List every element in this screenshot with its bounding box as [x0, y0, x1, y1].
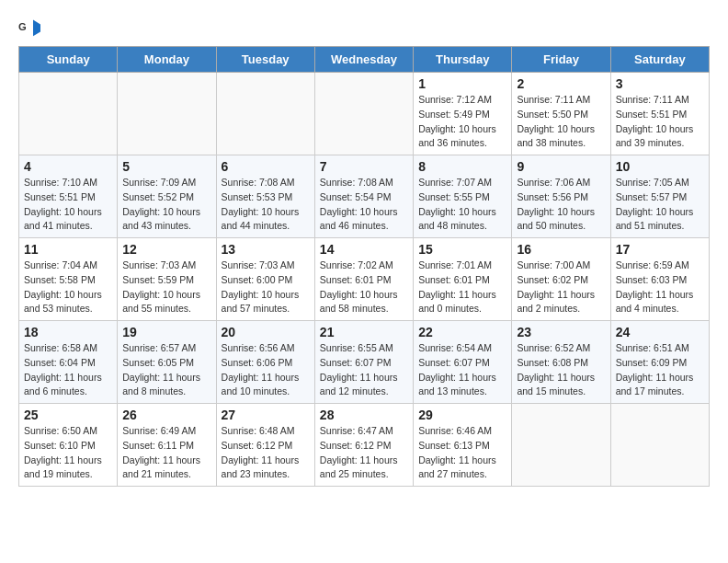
calendar-cell: 20Sunrise: 6:56 AM Sunset: 6:06 PM Dayli…: [216, 321, 314, 404]
day-info: Sunrise: 6:59 AM Sunset: 6:03 PM Dayligh…: [616, 259, 704, 316]
calendar-cell: 4Sunrise: 7:10 AM Sunset: 5:51 PM Daylig…: [19, 155, 118, 238]
day-info: Sunrise: 7:08 AM Sunset: 5:53 PM Dayligh…: [222, 176, 310, 234]
day-number: 11: [24, 242, 112, 257]
day-number: 6: [222, 159, 310, 174]
day-info: Sunrise: 6:58 AM Sunset: 6:04 PM Dayligh…: [24, 341, 112, 399]
calendar-cell: 9Sunrise: 7:06 AM Sunset: 5:56 PM Daylig…: [512, 155, 610, 238]
day-info: Sunrise: 6:52 AM Sunset: 6:08 PM Dayligh…: [517, 341, 605, 399]
day-number: 5: [122, 159, 210, 174]
day-number: 19: [122, 325, 210, 339]
day-number: 25: [24, 408, 112, 422]
calendar-cell: 13Sunrise: 7:03 AM Sunset: 6:00 PM Dayli…: [216, 238, 314, 321]
svg-marker-1: [33, 20, 40, 37]
day-info: Sunrise: 7:11 AM Sunset: 5:50 PM Dayligh…: [517, 93, 605, 151]
calendar-cell: 17Sunrise: 6:59 AM Sunset: 6:03 PM Dayli…: [610, 238, 709, 321]
day-info: Sunrise: 6:48 AM Sunset: 6:12 PM Dayligh…: [222, 424, 310, 482]
day-number: 20: [222, 325, 310, 339]
day-number: 1: [418, 76, 506, 91]
day-info: Sunrise: 6:51 AM Sunset: 6:09 PM Dayligh…: [616, 341, 704, 399]
day-info: Sunrise: 7:01 AM Sunset: 6:01 PM Dayligh…: [418, 259, 506, 316]
day-number: 29: [418, 408, 506, 422]
calendar-cell: [216, 73, 314, 155]
day-number: 7: [320, 159, 408, 174]
day-number: 17: [616, 242, 704, 257]
calendar-cell: 23Sunrise: 6:52 AM Sunset: 6:08 PM Dayli…: [512, 321, 610, 404]
calendar-cell: 21Sunrise: 6:55 AM Sunset: 6:07 PM Dayli…: [314, 321, 413, 404]
calendar-cell: 2Sunrise: 7:11 AM Sunset: 5:50 PM Daylig…: [512, 73, 610, 155]
calendar-cell: 15Sunrise: 7:01 AM Sunset: 6:01 PM Dayli…: [414, 238, 512, 321]
calendar-cell: 6Sunrise: 7:08 AM Sunset: 5:53 PM Daylig…: [216, 155, 314, 238]
calendar-cell: 14Sunrise: 7:02 AM Sunset: 6:01 PM Dayli…: [314, 238, 413, 321]
calendar-cell: 11Sunrise: 7:04 AM Sunset: 5:58 PM Dayli…: [19, 238, 118, 321]
day-number: 8: [418, 159, 506, 174]
day-number: 21: [320, 325, 408, 339]
day-info: Sunrise: 7:06 AM Sunset: 5:56 PM Dayligh…: [517, 176, 605, 234]
day-info: Sunrise: 6:46 AM Sunset: 6:13 PM Dayligh…: [418, 424, 506, 482]
weekday-header-sunday: Sunday: [19, 47, 118, 73]
day-number: 2: [517, 76, 605, 91]
page-header: G: [18, 18, 710, 37]
weekday-header-friday: Friday: [512, 47, 610, 73]
day-info: Sunrise: 6:54 AM Sunset: 6:07 PM Dayligh…: [418, 341, 506, 399]
day-number: 13: [222, 242, 310, 257]
calendar-cell: 3Sunrise: 7:11 AM Sunset: 5:51 PM Daylig…: [610, 73, 709, 155]
day-info: Sunrise: 6:55 AM Sunset: 6:07 PM Dayligh…: [320, 341, 408, 399]
weekday-header-saturday: Saturday: [610, 47, 709, 73]
calendar-cell: 27Sunrise: 6:48 AM Sunset: 6:12 PM Dayli…: [216, 404, 314, 487]
day-number: 10: [616, 159, 704, 174]
day-info: Sunrise: 7:04 AM Sunset: 5:58 PM Dayligh…: [24, 259, 112, 316]
day-number: 14: [320, 242, 408, 257]
day-number: 9: [517, 159, 605, 174]
day-number: 12: [122, 242, 210, 257]
calendar-cell: [118, 73, 216, 155]
day-number: 26: [122, 408, 210, 422]
day-info: Sunrise: 6:56 AM Sunset: 6:06 PM Dayligh…: [222, 341, 310, 399]
day-number: 28: [320, 408, 408, 422]
day-info: Sunrise: 7:08 AM Sunset: 5:54 PM Dayligh…: [320, 176, 408, 234]
calendar-cell: 28Sunrise: 6:47 AM Sunset: 6:12 PM Dayli…: [314, 404, 413, 487]
day-info: Sunrise: 7:03 AM Sunset: 5:59 PM Dayligh…: [122, 259, 210, 316]
weekday-header-tuesday: Tuesday: [216, 47, 314, 73]
day-info: Sunrise: 7:00 AM Sunset: 6:02 PM Dayligh…: [517, 259, 605, 316]
logo-icon: G: [18, 18, 40, 37]
day-number: 22: [418, 325, 506, 339]
svg-text:G: G: [18, 21, 27, 32]
day-number: 18: [24, 325, 112, 339]
calendar-cell: 22Sunrise: 6:54 AM Sunset: 6:07 PM Dayli…: [414, 321, 512, 404]
calendar-cell: [314, 73, 413, 155]
day-number: 24: [616, 325, 704, 339]
day-number: 15: [418, 242, 506, 257]
calendar-cell: 1Sunrise: 7:12 AM Sunset: 5:49 PM Daylig…: [414, 73, 512, 155]
day-info: Sunrise: 6:49 AM Sunset: 6:11 PM Dayligh…: [122, 424, 210, 482]
day-number: 16: [517, 242, 605, 257]
calendar-cell: 18Sunrise: 6:58 AM Sunset: 6:04 PM Dayli…: [19, 321, 118, 404]
day-info: Sunrise: 7:07 AM Sunset: 5:55 PM Dayligh…: [418, 176, 506, 234]
calendar-table: SundayMondayTuesdayWednesdayThursdayFrid…: [18, 46, 710, 487]
day-info: Sunrise: 7:02 AM Sunset: 6:01 PM Dayligh…: [320, 259, 408, 316]
calendar-cell: 19Sunrise: 6:57 AM Sunset: 6:05 PM Dayli…: [118, 321, 216, 404]
day-info: Sunrise: 7:05 AM Sunset: 5:57 PM Dayligh…: [616, 176, 704, 234]
calendar-cell: [19, 73, 118, 155]
calendar-cell: 8Sunrise: 7:07 AM Sunset: 5:55 PM Daylig…: [414, 155, 512, 238]
day-number: 4: [24, 159, 112, 174]
day-info: Sunrise: 7:10 AM Sunset: 5:51 PM Dayligh…: [24, 176, 112, 234]
day-number: 23: [517, 325, 605, 339]
weekday-header-wednesday: Wednesday: [314, 47, 413, 73]
calendar-cell: 16Sunrise: 7:00 AM Sunset: 6:02 PM Dayli…: [512, 238, 610, 321]
calendar-cell: 5Sunrise: 7:09 AM Sunset: 5:52 PM Daylig…: [118, 155, 216, 238]
calendar-cell: 24Sunrise: 6:51 AM Sunset: 6:09 PM Dayli…: [610, 321, 709, 404]
day-number: 27: [222, 408, 310, 422]
logo: G: [18, 18, 44, 37]
calendar-cell: 12Sunrise: 7:03 AM Sunset: 5:59 PM Dayli…: [118, 238, 216, 321]
day-info: Sunrise: 7:03 AM Sunset: 6:00 PM Dayligh…: [222, 259, 310, 316]
weekday-header-monday: Monday: [118, 47, 216, 73]
day-info: Sunrise: 6:57 AM Sunset: 6:05 PM Dayligh…: [122, 341, 210, 399]
weekday-header-thursday: Thursday: [414, 47, 512, 73]
calendar-cell: 10Sunrise: 7:05 AM Sunset: 5:57 PM Dayli…: [610, 155, 709, 238]
day-info: Sunrise: 6:47 AM Sunset: 6:12 PM Dayligh…: [320, 424, 408, 482]
calendar-cell: 7Sunrise: 7:08 AM Sunset: 5:54 PM Daylig…: [314, 155, 413, 238]
calendar-cell: 25Sunrise: 6:50 AM Sunset: 6:10 PM Dayli…: [19, 404, 118, 487]
day-info: Sunrise: 6:50 AM Sunset: 6:10 PM Dayligh…: [24, 424, 112, 482]
day-number: 3: [616, 76, 704, 91]
day-info: Sunrise: 7:12 AM Sunset: 5:49 PM Dayligh…: [418, 93, 506, 151]
